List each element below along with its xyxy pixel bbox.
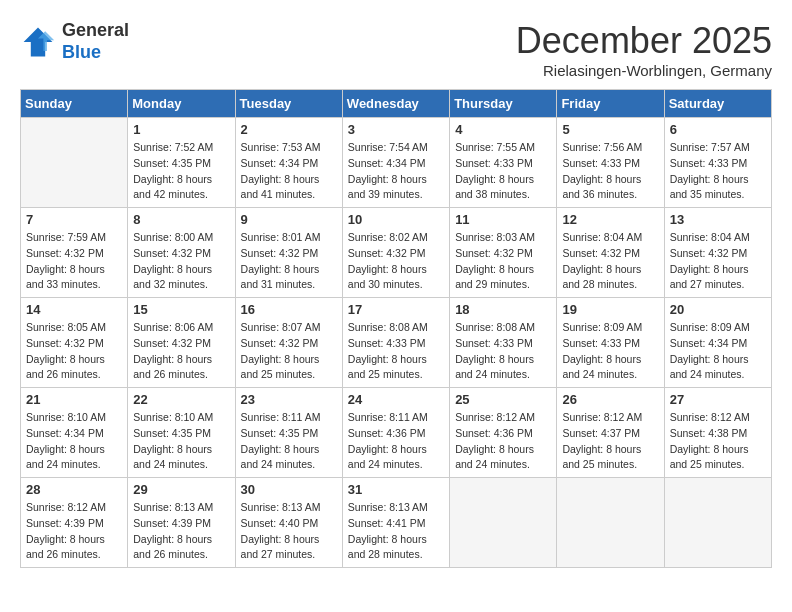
- calendar-cell: [450, 478, 557, 568]
- weekday-header-saturday: Saturday: [664, 90, 771, 118]
- day-number: 24: [348, 392, 444, 407]
- day-info: Sunrise: 7:52 AM Sunset: 4:35 PM Dayligh…: [133, 140, 229, 203]
- day-info: Sunrise: 7:55 AM Sunset: 4:33 PM Dayligh…: [455, 140, 551, 203]
- weekday-header-thursday: Thursday: [450, 90, 557, 118]
- day-number: 21: [26, 392, 122, 407]
- day-number: 12: [562, 212, 658, 227]
- calendar-cell: 29Sunrise: 8:13 AM Sunset: 4:39 PM Dayli…: [128, 478, 235, 568]
- calendar-cell: 19Sunrise: 8:09 AM Sunset: 4:33 PM Dayli…: [557, 298, 664, 388]
- calendar-cell: 23Sunrise: 8:11 AM Sunset: 4:35 PM Dayli…: [235, 388, 342, 478]
- day-info: Sunrise: 8:04 AM Sunset: 4:32 PM Dayligh…: [562, 230, 658, 293]
- logo-icon: [20, 24, 56, 60]
- day-number: 25: [455, 392, 551, 407]
- day-info: Sunrise: 8:11 AM Sunset: 4:35 PM Dayligh…: [241, 410, 337, 473]
- location-subtitle: Rielasingen-Worblingen, Germany: [516, 62, 772, 79]
- day-info: Sunrise: 8:04 AM Sunset: 4:32 PM Dayligh…: [670, 230, 766, 293]
- calendar-cell: [557, 478, 664, 568]
- day-number: 11: [455, 212, 551, 227]
- calendar-cell: 25Sunrise: 8:12 AM Sunset: 4:36 PM Dayli…: [450, 388, 557, 478]
- day-number: 8: [133, 212, 229, 227]
- day-number: 30: [241, 482, 337, 497]
- day-number: 7: [26, 212, 122, 227]
- weekday-header-monday: Monday: [128, 90, 235, 118]
- day-info: Sunrise: 8:07 AM Sunset: 4:32 PM Dayligh…: [241, 320, 337, 383]
- day-number: 19: [562, 302, 658, 317]
- day-info: Sunrise: 8:08 AM Sunset: 4:33 PM Dayligh…: [348, 320, 444, 383]
- calendar-cell: [664, 478, 771, 568]
- day-number: 29: [133, 482, 229, 497]
- day-info: Sunrise: 8:00 AM Sunset: 4:32 PM Dayligh…: [133, 230, 229, 293]
- day-info: Sunrise: 8:10 AM Sunset: 4:35 PM Dayligh…: [133, 410, 229, 473]
- day-info: Sunrise: 8:10 AM Sunset: 4:34 PM Dayligh…: [26, 410, 122, 473]
- logo-text: General Blue: [62, 20, 129, 63]
- day-info: Sunrise: 8:12 AM Sunset: 4:38 PM Dayligh…: [670, 410, 766, 473]
- day-info: Sunrise: 7:53 AM Sunset: 4:34 PM Dayligh…: [241, 140, 337, 203]
- calendar-week-4: 21Sunrise: 8:10 AM Sunset: 4:34 PM Dayli…: [21, 388, 772, 478]
- day-number: 14: [26, 302, 122, 317]
- calendar-cell: 30Sunrise: 8:13 AM Sunset: 4:40 PM Dayli…: [235, 478, 342, 568]
- day-info: Sunrise: 8:08 AM Sunset: 4:33 PM Dayligh…: [455, 320, 551, 383]
- calendar-cell: 22Sunrise: 8:10 AM Sunset: 4:35 PM Dayli…: [128, 388, 235, 478]
- calendar-cell: 16Sunrise: 8:07 AM Sunset: 4:32 PM Dayli…: [235, 298, 342, 388]
- calendar-cell: 5Sunrise: 7:56 AM Sunset: 4:33 PM Daylig…: [557, 118, 664, 208]
- day-number: 10: [348, 212, 444, 227]
- day-number: 2: [241, 122, 337, 137]
- title-block: December 2025 Rielasingen-Worblingen, Ge…: [516, 20, 772, 79]
- calendar-cell: 13Sunrise: 8:04 AM Sunset: 4:32 PM Dayli…: [664, 208, 771, 298]
- calendar-cell: 9Sunrise: 8:01 AM Sunset: 4:32 PM Daylig…: [235, 208, 342, 298]
- calendar-cell: 15Sunrise: 8:06 AM Sunset: 4:32 PM Dayli…: [128, 298, 235, 388]
- calendar-cell: 31Sunrise: 8:13 AM Sunset: 4:41 PM Dayli…: [342, 478, 449, 568]
- calendar-week-5: 28Sunrise: 8:12 AM Sunset: 4:39 PM Dayli…: [21, 478, 772, 568]
- calendar-cell: 10Sunrise: 8:02 AM Sunset: 4:32 PM Dayli…: [342, 208, 449, 298]
- day-number: 26: [562, 392, 658, 407]
- day-number: 17: [348, 302, 444, 317]
- page-header: General Blue December 2025 Rielasingen-W…: [20, 20, 772, 79]
- day-number: 5: [562, 122, 658, 137]
- calendar-cell: 14Sunrise: 8:05 AM Sunset: 4:32 PM Dayli…: [21, 298, 128, 388]
- weekday-header-wednesday: Wednesday: [342, 90, 449, 118]
- day-info: Sunrise: 8:09 AM Sunset: 4:33 PM Dayligh…: [562, 320, 658, 383]
- day-info: Sunrise: 8:03 AM Sunset: 4:32 PM Dayligh…: [455, 230, 551, 293]
- weekday-header-sunday: Sunday: [21, 90, 128, 118]
- svg-marker-0: [24, 27, 53, 56]
- calendar-header: SundayMondayTuesdayWednesdayThursdayFrid…: [21, 90, 772, 118]
- day-info: Sunrise: 8:05 AM Sunset: 4:32 PM Dayligh…: [26, 320, 122, 383]
- day-info: Sunrise: 8:13 AM Sunset: 4:39 PM Dayligh…: [133, 500, 229, 563]
- calendar-week-2: 7Sunrise: 7:59 AM Sunset: 4:32 PM Daylig…: [21, 208, 772, 298]
- calendar-week-3: 14Sunrise: 8:05 AM Sunset: 4:32 PM Dayli…: [21, 298, 772, 388]
- month-title: December 2025: [516, 20, 772, 62]
- calendar-cell: 2Sunrise: 7:53 AM Sunset: 4:34 PM Daylig…: [235, 118, 342, 208]
- day-number: 4: [455, 122, 551, 137]
- day-number: 15: [133, 302, 229, 317]
- calendar-body: 1Sunrise: 7:52 AM Sunset: 4:35 PM Daylig…: [21, 118, 772, 568]
- calendar-cell: 3Sunrise: 7:54 AM Sunset: 4:34 PM Daylig…: [342, 118, 449, 208]
- day-number: 22: [133, 392, 229, 407]
- calendar-cell: 6Sunrise: 7:57 AM Sunset: 4:33 PM Daylig…: [664, 118, 771, 208]
- calendar-cell: 17Sunrise: 8:08 AM Sunset: 4:33 PM Dayli…: [342, 298, 449, 388]
- day-info: Sunrise: 8:02 AM Sunset: 4:32 PM Dayligh…: [348, 230, 444, 293]
- day-info: Sunrise: 8:12 AM Sunset: 4:39 PM Dayligh…: [26, 500, 122, 563]
- day-number: 28: [26, 482, 122, 497]
- calendar-cell: 18Sunrise: 8:08 AM Sunset: 4:33 PM Dayli…: [450, 298, 557, 388]
- day-info: Sunrise: 7:54 AM Sunset: 4:34 PM Dayligh…: [348, 140, 444, 203]
- weekday-header-row: SundayMondayTuesdayWednesdayThursdayFrid…: [21, 90, 772, 118]
- day-number: 23: [241, 392, 337, 407]
- calendar-cell: 8Sunrise: 8:00 AM Sunset: 4:32 PM Daylig…: [128, 208, 235, 298]
- day-info: Sunrise: 8:12 AM Sunset: 4:36 PM Dayligh…: [455, 410, 551, 473]
- calendar-table: SundayMondayTuesdayWednesdayThursdayFrid…: [20, 89, 772, 568]
- calendar-cell: 4Sunrise: 7:55 AM Sunset: 4:33 PM Daylig…: [450, 118, 557, 208]
- day-info: Sunrise: 8:13 AM Sunset: 4:40 PM Dayligh…: [241, 500, 337, 563]
- day-number: 18: [455, 302, 551, 317]
- day-number: 20: [670, 302, 766, 317]
- calendar-week-1: 1Sunrise: 7:52 AM Sunset: 4:35 PM Daylig…: [21, 118, 772, 208]
- weekday-header-tuesday: Tuesday: [235, 90, 342, 118]
- day-number: 13: [670, 212, 766, 227]
- calendar-cell: 1Sunrise: 7:52 AM Sunset: 4:35 PM Daylig…: [128, 118, 235, 208]
- calendar-cell: 27Sunrise: 8:12 AM Sunset: 4:38 PM Dayli…: [664, 388, 771, 478]
- day-number: 16: [241, 302, 337, 317]
- day-info: Sunrise: 8:11 AM Sunset: 4:36 PM Dayligh…: [348, 410, 444, 473]
- day-info: Sunrise: 7:59 AM Sunset: 4:32 PM Dayligh…: [26, 230, 122, 293]
- day-info: Sunrise: 8:06 AM Sunset: 4:32 PM Dayligh…: [133, 320, 229, 383]
- calendar-cell: 7Sunrise: 7:59 AM Sunset: 4:32 PM Daylig…: [21, 208, 128, 298]
- day-number: 9: [241, 212, 337, 227]
